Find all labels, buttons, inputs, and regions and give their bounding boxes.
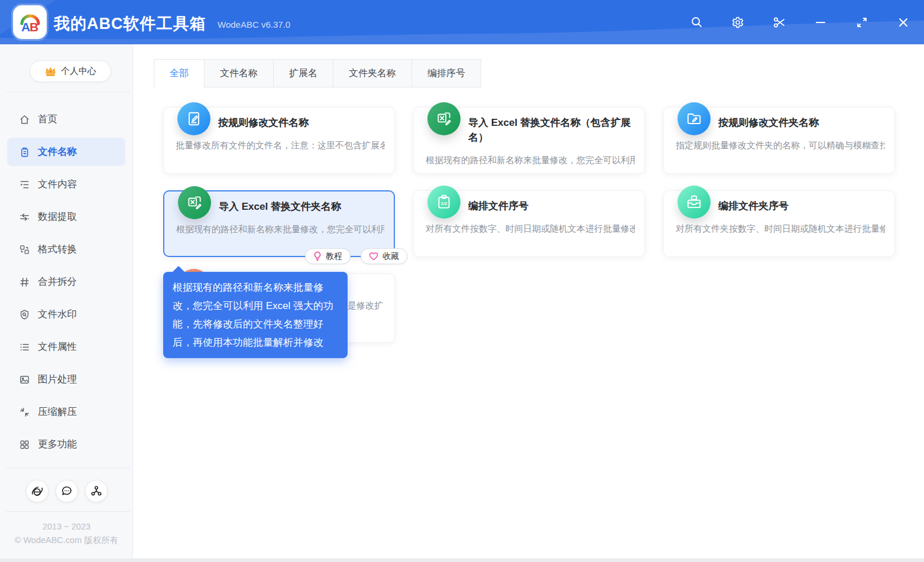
data-extract-icon — [19, 212, 30, 223]
window-bottom-edge — [0, 558, 924, 562]
card-description: 批量修改所有文件的文件名，注意：这里不包含扩展名 — [176, 140, 385, 151]
sidebar-item-label: 数据提取 — [38, 210, 77, 223]
favorite-button[interactable]: 收藏 — [361, 248, 407, 264]
sidebar-item-format-convert[interactable]: 格式转换 — [7, 235, 125, 264]
serial-folder-icon — [677, 186, 711, 219]
sidebar-item-label: 文件名称 — [38, 145, 77, 158]
feature-card-serial-files[interactable]: 1/2 编排文件序号 对所有文件按数字、时间日期或随机文本进行批量修改 — [413, 190, 645, 257]
card-title: 按规则修改文件名称 — [218, 115, 384, 130]
category-tabs: 全部 文件名称 扩展名 文件夹名称 编排序号 — [154, 59, 481, 87]
home-icon — [19, 114, 30, 125]
main-content: 全部 文件名称 扩展名 文件夹名称 编排序号 按规则修改文件名称 批量修改所有文… — [134, 44, 924, 562]
sidebar-item-label: 格式转换 — [38, 243, 77, 256]
sidebar-item-label: 压缩解压 — [38, 405, 77, 418]
card-title: 编排文件序号 — [468, 199, 634, 213]
card-description: 指定规则批量修改文件夹的名称，可以精确与模糊查找 — [676, 140, 885, 151]
file-name-icon — [19, 147, 30, 158]
sidebar-item-label: 首页 — [38, 113, 57, 126]
card-title: 编排文件夹序号 — [718, 199, 884, 213]
chat-bubble-icon[interactable] — [56, 480, 78, 502]
crown-icon — [44, 66, 57, 77]
feature-card-excel-rename-folders[interactable]: 导入 Excel 替换文件夹名称 根据现有的路径和新名称来批量修改，您完全可以利… — [163, 190, 395, 257]
folder-edit-icon — [677, 102, 711, 135]
watermark-icon — [19, 309, 30, 320]
merge-split-icon — [19, 277, 30, 288]
format-convert-icon — [19, 244, 30, 255]
sidebar-item-label: 文件内容 — [38, 178, 77, 191]
sidebar-nav: 首页 文件名称 文件内容 数据提取 — [0, 105, 132, 463]
sidebar-item-image-process[interactable]: 图片处理 — [7, 365, 125, 394]
tooltip-arrow — [172, 266, 185, 272]
sidebar-divider — [6, 511, 130, 512]
sidebar-item-merge-split[interactable]: 合并拆分 — [7, 268, 125, 296]
compress-icon — [19, 407, 30, 418]
app-title: 我的ABC软件工具箱 — [54, 13, 206, 34]
ie-browser-icon[interactable] — [26, 480, 48, 502]
more-grid-icon — [19, 439, 30, 450]
tab-folder-name[interactable]: 文件夹名称 — [333, 59, 412, 87]
card-description: 根据现有的路径和新名称来批量修改，您完全可以利用 — [176, 224, 384, 235]
sidebar-divider — [6, 467, 130, 468]
sidebar-item-watermark[interactable]: 文件水印 — [7, 300, 125, 329]
feature-card-rename-files[interactable]: 按规则修改文件名称 批量修改所有文件的文件名，注意：这里不包含扩展名 — [163, 107, 395, 174]
app-logo: A B — [13, 5, 47, 39]
app-version: WodeABC v6.37.0 — [218, 20, 290, 30]
resize-icon[interactable] — [852, 12, 872, 33]
copyright-owner: © WodeABC.com 版权所有 — [0, 534, 133, 547]
svg-text:1/2: 1/2 — [440, 201, 448, 206]
svg-text:B: B — [30, 20, 38, 34]
card-description: 对所有文件夹按数字、时间日期或随机文本进行批量修改 — [676, 223, 885, 235]
sidebar-item-compress[interactable]: 压缩解压 — [7, 398, 125, 426]
sidebar-item-home[interactable]: 首页 — [7, 105, 125, 134]
feature-card-excel-rename-files[interactable]: 导入 Excel 替换文件名称（包含扩展名） 根据现有的路径和新名称来批量修改，… — [413, 107, 645, 174]
card-title: 按规则修改文件夹名称 — [718, 115, 884, 130]
image-icon — [19, 374, 30, 385]
tutorial-button-label: 教程 — [326, 251, 342, 262]
tab-serial[interactable]: 编排序号 — [411, 59, 481, 87]
copyright: 2013 ~ 2023 © WodeABC.com 版权所有 — [0, 520, 133, 547]
sidebar-item-label: 图片处理 — [38, 373, 77, 386]
sidebar-item-data-extract[interactable]: 数据提取 — [7, 203, 125, 231]
sidebar-item-more[interactable]: 更多功能 — [7, 430, 125, 459]
svg-text:A: A — [21, 20, 30, 34]
window-controls — [686, 0, 913, 44]
sidebar-item-file-attr[interactable]: 文件属性 — [7, 333, 125, 361]
profile-button[interactable]: 个人中心 — [30, 60, 111, 82]
search-icon[interactable] — [686, 12, 706, 33]
excel-import-icon — [427, 102, 461, 135]
tab-extension[interactable]: 扩展名 — [273, 59, 333, 87]
sidebar-item-label: 更多功能 — [38, 438, 77, 451]
sidebar-item-file-content[interactable]: 文件内容 — [7, 170, 125, 199]
tab-file-name[interactable]: 文件名称 — [204, 59, 274, 87]
sidebar-divider — [6, 92, 130, 92]
copyright-years: 2013 ~ 2023 — [0, 520, 133, 534]
sidebar-item-label: 合并拆分 — [38, 275, 77, 288]
title-bar: A B 我的ABC软件工具箱 WodeABC v6.37.0 — [0, 0, 924, 44]
serial-file-icon: 1/2 — [427, 186, 461, 219]
feature-card-rename-folders[interactable]: 按规则修改文件夹名称 指定规则批量修改文件夹的名称，可以精确与模糊查找 — [663, 107, 895, 174]
edit-file-icon — [177, 102, 210, 135]
share-network-icon[interactable] — [85, 480, 108, 502]
lightbulb-icon — [313, 251, 322, 261]
excel-import-icon — [178, 186, 211, 219]
card-title: 导入 Excel 替换文件名称（包含扩展名） — [468, 115, 634, 145]
profile-button-label: 个人中心 — [61, 66, 96, 77]
feature-card-serial-folders[interactable]: 编排文件夹序号 对所有文件夹按数字、时间日期或随机文本进行批量修改 — [663, 190, 895, 257]
tutorial-button[interactable]: 教程 — [305, 248, 351, 264]
heart-icon — [369, 252, 378, 261]
card-description: 对所有文件按数字、时间日期或随机文本进行批量修改 — [426, 223, 635, 235]
minimize-icon[interactable] — [810, 12, 831, 33]
sidebar-item-file-name[interactable]: 文件名称 — [7, 138, 125, 166]
tab-all[interactable]: 全部 — [154, 59, 205, 87]
sidebar: 个人中心 首页 文件名称 文件内容 — [0, 44, 133, 562]
close-icon[interactable] — [893, 12, 913, 33]
settings-gear-icon[interactable] — [728, 12, 748, 33]
favorite-button-label: 收藏 — [382, 251, 399, 262]
card-description: 根据现有的路径和新名称来批量修改，您完全可以利用 — [426, 155, 635, 166]
scissors-icon[interactable] — [769, 12, 789, 33]
card-tooltip: 根据现有的路径和新名称来批量修改，您完全可以利用 Excel 强大的功能，先将修… — [163, 272, 348, 358]
sidebar-social-row — [0, 480, 133, 502]
tooltip-text: 根据现有的路径和新名称来批量修改，您完全可以利用 Excel 强大的功能，先将修… — [173, 282, 333, 348]
sidebar-item-label: 文件属性 — [38, 340, 77, 353]
file-attr-icon — [19, 342, 30, 353]
